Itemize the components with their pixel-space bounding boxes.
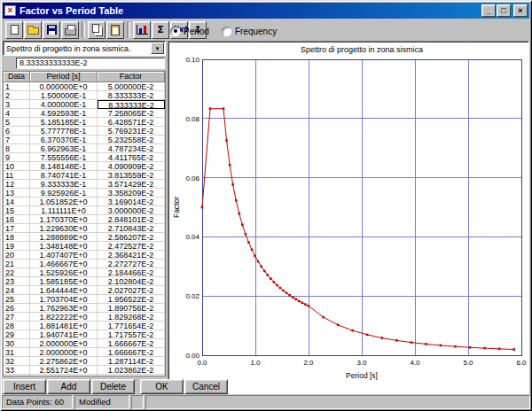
table-row[interactable]: 86.962963E-14.787234E-2 [4, 144, 165, 153]
row-number-cell[interactable]: 2 [4, 91, 30, 100]
factor-cell[interactable]: 2.272727E-2 [98, 260, 165, 268]
period-cell[interactable]: 0.000000E+0 [30, 82, 98, 91]
ok-button[interactable]: OK [140, 379, 184, 394]
period-cell[interactable]: 1.229630E+0 [30, 224, 98, 233]
factor-cell[interactable]: 1.771654E-2 [98, 322, 165, 330]
row-number-cell[interactable]: 21 [4, 260, 30, 268]
row-number-cell[interactable]: 23 [4, 277, 30, 286]
table-row[interactable]: 65.777778E-15.769231E-2 [4, 127, 165, 136]
period-cell[interactable]: 2.827586E+0 [30, 375, 98, 376]
factor-cell[interactable]: 2.368421E-2 [98, 251, 165, 260]
table-row[interactable]: 211.466667E+02.272727E-2 [4, 260, 165, 268]
factor-cell[interactable]: 3.169014E-2 [98, 198, 165, 206]
table-row[interactable]: 291.940741E+01.717557E-2 [4, 330, 165, 339]
dropdown-button[interactable]: ▼ [151, 43, 164, 54]
period-cell[interactable]: 1.762963E+0 [30, 304, 98, 313]
period-cell[interactable]: 1.500000E-1 [30, 91, 98, 100]
factor-cell[interactable]: 8.333333E-2 [98, 91, 165, 100]
row-number-cell[interactable]: 33 [4, 366, 30, 375]
row-number-cell[interactable]: 10 [4, 162, 30, 171]
period-cell[interactable]: 1.466667E+0 [30, 260, 98, 268]
period-cell[interactable]: 1.940741E+0 [30, 330, 98, 339]
table-row[interactable]: 241.644444E+02.027027E-2 [4, 286, 165, 295]
period-cell[interactable]: 1.288889E+0 [30, 233, 98, 242]
factor-cell[interactable]: 1.023862E-2 [98, 366, 165, 375]
frequency-radio-option[interactable]: Frequency [222, 27, 277, 36]
new-button[interactable] [5, 21, 23, 39]
period-cell[interactable]: 6.370370E-1 [30, 136, 98, 144]
row-number-cell[interactable]: 29 [4, 330, 30, 339]
table-row[interactable]: 97.555556E-14.411765E-2 [4, 153, 165, 162]
row-number-cell[interactable]: 18 [4, 233, 30, 242]
row-number-cell[interactable]: 34 [4, 375, 30, 376]
row-number-cell[interactable]: 7 [4, 136, 30, 144]
row-number-cell[interactable]: 8 [4, 144, 30, 153]
factor-cell[interactable]: 5.769231E-2 [98, 127, 165, 136]
period-cell[interactable]: 5.185185E-1 [30, 118, 98, 127]
factor-cell[interactable]: 1.890756E-2 [98, 304, 165, 313]
cell-editor-input[interactable]: 8.33333333333E-2 [16, 58, 165, 69]
table-row[interactable]: 108.148148E-14.090909E-2 [4, 162, 165, 171]
table-row[interactable]: 201.407407E+02.368421E-2 [4, 251, 165, 260]
table-row[interactable]: 171.229630E+02.710843E-2 [4, 224, 165, 233]
save-button[interactable] [43, 21, 60, 39]
row-number-cell[interactable]: 16 [4, 215, 30, 224]
row-number-cell[interactable]: 32 [4, 357, 30, 366]
factor-cell[interactable]: 3.571429E-2 [98, 180, 165, 189]
table-row[interactable]: 302.000000E+01.666667E-2 [4, 339, 165, 348]
row-number-cell[interactable]: 22 [4, 268, 30, 277]
table-row[interactable]: 118.740741E-13.813559E-2 [4, 171, 165, 180]
factor-cell[interactable]: 2.586207E-2 [98, 233, 165, 242]
factor-cell[interactable]: 3.358209E-2 [98, 189, 165, 198]
period-cell[interactable]: 1.525926E+0 [30, 268, 98, 277]
factor-cell[interactable]: 3.813559E-2 [98, 171, 165, 180]
factor-cell[interactable]: 2.710843E-2 [98, 224, 165, 233]
period-cell[interactable]: 5.777778E-1 [30, 127, 98, 136]
row-number-cell[interactable]: 6 [4, 127, 30, 136]
factor-cell[interactable]: 2.027027E-2 [98, 286, 165, 295]
period-cell[interactable]: 1.051852E+0 [30, 198, 98, 206]
factor-cell[interactable]: 3.000000E-2 [98, 206, 165, 215]
title-bar[interactable]: × Factor vs Period Table _ □ × [3, 3, 529, 19]
cancel-button[interactable]: Cancel [184, 379, 228, 394]
table-row[interactable]: 332.551724E+01.023862E-2 [4, 366, 165, 375]
factor-cell[interactable]: 8.338297E-3 [98, 375, 165, 376]
period-cell[interactable]: 6.962963E-1 [30, 144, 98, 153]
factor-cell[interactable]: 4.787234E-2 [98, 144, 165, 153]
paste-button[interactable] [106, 21, 124, 39]
row-number-cell[interactable]: 19 [4, 242, 30, 251]
row-number-cell[interactable]: 26 [4, 304, 30, 313]
period-cell[interactable]: 8.740741E-1 [30, 171, 98, 180]
table-row[interactable]: 251.703704E+01.956522E-2 [4, 295, 165, 304]
row-number-cell[interactable]: 13 [4, 189, 30, 198]
period-cell[interactable]: 2.000000E+0 [30, 348, 98, 357]
period-cell[interactable]: 4.000000E-1 [30, 100, 98, 109]
table-row[interactable]: 141.051852E+03.169014E-2 [4, 198, 165, 206]
factor-cell[interactable]: 8.333333E-2 [98, 100, 165, 109]
row-number-cell[interactable]: 24 [4, 286, 30, 295]
period-cell[interactable]: 1.881481E+0 [30, 322, 98, 330]
period-cell[interactable]: 9.925926E-1 [30, 189, 98, 198]
table-row[interactable]: 312.000000E+01.666667E-2 [4, 348, 165, 357]
chart-button[interactable] [133, 21, 151, 39]
table-row[interactable]: 76.370370E-15.232558E-2 [4, 136, 165, 144]
factor-cell[interactable]: 4.411765E-2 [98, 153, 165, 162]
table-row[interactable]: 221.525926E+02.184466E-2 [4, 268, 165, 277]
factor-cell[interactable]: 1.666667E-2 [98, 339, 165, 348]
spectrum-select[interactable]: Spettro di progetto in zona sismica. ▼ [3, 41, 166, 56]
period-cell[interactable]: 1.170370E+0 [30, 215, 98, 224]
row-number-cell[interactable]: 12 [4, 180, 30, 189]
table-row[interactable]: 261.762963E+01.890756E-2 [4, 304, 165, 313]
print-button[interactable] [61, 21, 79, 39]
period-cell[interactable]: 1.111111E+0 [30, 206, 98, 215]
open-button[interactable] [24, 21, 42, 39]
row-number-cell[interactable]: 27 [4, 313, 30, 322]
table-row[interactable]: 281.881481E+01.771654E-2 [4, 322, 165, 330]
factor-cell[interactable]: 1.717557E-2 [98, 330, 165, 339]
factor-cell[interactable]: 1.666667E-2 [98, 348, 165, 357]
factor-cell[interactable]: 2.848101E-2 [98, 215, 165, 224]
factor-cell[interactable]: 2.472527E-2 [98, 242, 165, 251]
period-cell[interactable]: 1.585185E+0 [30, 277, 98, 286]
period-cell[interactable]: 1.348148E+0 [30, 242, 98, 251]
column-header-period[interactable]: Period [s] [30, 72, 98, 82]
